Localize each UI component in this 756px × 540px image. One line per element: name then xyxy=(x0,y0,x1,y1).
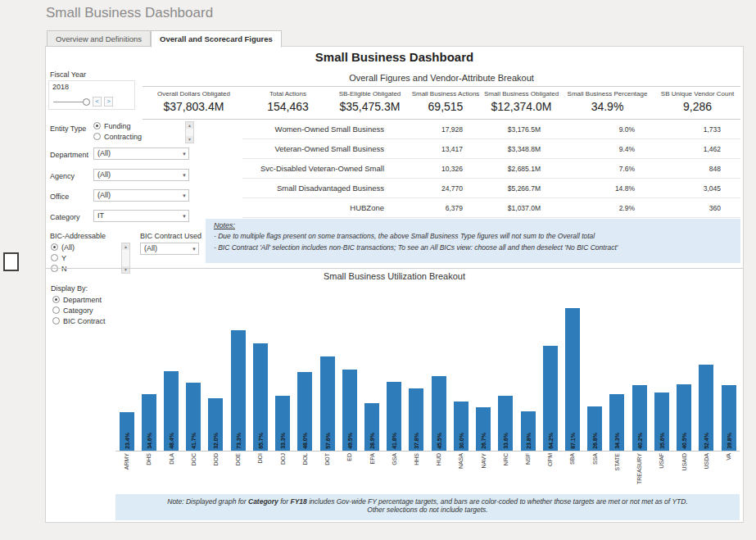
bar-category-label: USDA xyxy=(704,453,709,469)
total-value: 154,463 xyxy=(245,99,331,119)
bar-doi[interactable]: 65.7% xyxy=(253,343,268,451)
agency-value: (All) xyxy=(97,170,111,179)
bar-value-label: 35.6% xyxy=(659,433,664,449)
bar-category-label: STATE xyxy=(614,453,620,471)
bar-state[interactable]: 34.3% xyxy=(609,394,624,451)
bar-area: 35.6% xyxy=(650,287,672,451)
bar-epa[interactable]: 28.9% xyxy=(364,403,379,451)
bar-treasury[interactable]: 40.2% xyxy=(632,385,647,451)
display-by-option-label: BIC Contract xyxy=(63,317,106,325)
bic-addressable-label: BIC-Addressable xyxy=(50,232,106,240)
bar-sba[interactable]: 87.1% xyxy=(565,308,580,451)
bar-dol[interactable]: 48.0% xyxy=(297,372,312,451)
bar-slot: 41.8%GSA xyxy=(383,287,405,492)
fiscal-year-label: Fiscal Year xyxy=(50,70,86,79)
bar-category-label: NSF xyxy=(525,453,531,465)
row-vendor-count: 1,733 xyxy=(654,125,740,134)
scrollbar-track[interactable] xyxy=(122,250,129,266)
bic-contract-used-dropdown[interactable]: (All) ▼ xyxy=(140,243,199,255)
bar-army[interactable]: 23.4% xyxy=(120,412,134,451)
fiscal-year-value: 2018 xyxy=(49,81,134,91)
bar-dod[interactable]: 32.0% xyxy=(208,398,223,451)
bar-area: 57.6% xyxy=(316,287,338,451)
table-row[interactable]: Svc-Disabled Veteran-Owned Small10,326$2… xyxy=(242,159,740,179)
radio-unselected-icon xyxy=(93,133,101,140)
column-header-row: Overall Dollars Obligated Total Actions … xyxy=(143,87,740,99)
bar-area: 23.4% xyxy=(115,287,138,451)
bar-ed[interactable]: 49.5% xyxy=(342,370,357,451)
bic-addressable-option-label: (All) xyxy=(61,243,75,252)
bar-category-label: DLA xyxy=(169,453,174,465)
bar-slot: 28.9%EPA xyxy=(360,287,383,492)
entity-type-label: Entity Type xyxy=(50,125,86,133)
scroll-up-icon[interactable]: ▲ xyxy=(122,243,129,250)
bar-value-label: 33.3% xyxy=(280,433,286,449)
bar-dhs[interactable]: 34.6% xyxy=(142,394,156,451)
bar-gsa[interactable]: 41.8% xyxy=(387,382,401,451)
bar-area: 34.6% xyxy=(138,287,160,451)
display-by-option-label: Department xyxy=(63,296,102,304)
total-value: 34.9% xyxy=(560,99,654,119)
bar-opm[interactable]: 64.2% xyxy=(543,346,558,451)
bar-area: 73.3% xyxy=(227,287,249,451)
bar-nrc[interactable]: 33.6% xyxy=(498,396,513,451)
bar-slot: 26.8%SSA xyxy=(584,287,606,492)
bar-dot[interactable]: 57.6% xyxy=(320,356,335,451)
bar-nsf[interactable]: 23.8% xyxy=(521,411,536,451)
slider-handle[interactable] xyxy=(83,98,90,106)
bic-addressable-option-all[interactable]: (All) xyxy=(51,243,75,252)
table-row[interactable]: Women-Owned Small Business17,928$3,176.5… xyxy=(242,120,740,139)
bic-addressable-option-y[interactable]: Y xyxy=(51,253,66,262)
bar-nasa[interactable]: 30.0% xyxy=(454,402,469,451)
entity-type-option-funding[interactable]: Funding xyxy=(93,121,131,130)
footer-note-text: for xyxy=(278,497,291,506)
bar-slot: 37.8%HHS xyxy=(405,287,428,492)
display-by-option-bic-contract[interactable]: BIC Contract xyxy=(52,316,106,325)
table-row[interactable]: Small Disadvantaged Business24,770$5,266… xyxy=(242,179,740,198)
table-row[interactable]: Veteran-Owned Small Business13,417$3,348… xyxy=(242,139,740,159)
slider-prev-button[interactable]: < xyxy=(93,97,102,107)
row-actions: 17,928 xyxy=(409,125,482,134)
bar-category-label: HUD xyxy=(436,453,441,465)
row-label: Veteran-Owned Small Business xyxy=(242,144,409,153)
bar-usaf[interactable]: 35.6% xyxy=(654,393,669,451)
bar-doc[interactable]: 41.7% xyxy=(186,383,201,451)
table-row[interactable]: HUBZone6,379$1,037.0M2.9%360 xyxy=(242,198,740,218)
utilization-bar-chart: 23.4%ARMY34.6%DHS48.4%DLA41.7%DOC32.0%DO… xyxy=(115,287,740,492)
bar-doj[interactable]: 33.3% xyxy=(275,396,290,451)
bar-area: 52.4% xyxy=(695,287,718,451)
entity-type-option-label: Funding xyxy=(104,122,131,130)
total-value: $35,475.3M xyxy=(331,99,409,119)
bar-hhs[interactable]: 37.8% xyxy=(409,388,423,451)
bar-hud[interactable]: 45.5% xyxy=(432,376,446,451)
tab-overall-and-scorecard-figures[interactable]: Overall and Scorecard Figures xyxy=(151,30,282,48)
notes-heading: Notes: xyxy=(214,221,732,229)
bar-slot: 48.4%DLA xyxy=(160,287,182,492)
tab-overview-and-definitions[interactable]: Overview and Definitions xyxy=(47,30,151,47)
slider-next-button[interactable]: > xyxy=(104,97,113,107)
entity-type-option-contracting[interactable]: Contracting xyxy=(93,132,142,141)
bar-usaid[interactable]: 40.5% xyxy=(677,384,691,451)
bar-category-label: SBA xyxy=(569,453,575,465)
row-vendor-count: 1,462 xyxy=(654,145,740,153)
radio-unselected-icon xyxy=(52,306,60,314)
bar-slot: 26.7%NAVY xyxy=(473,287,495,492)
display-by-option-department[interactable]: Department xyxy=(52,295,102,304)
display-by-option-category[interactable]: Category xyxy=(52,306,93,315)
slider-track[interactable] xyxy=(53,102,84,102)
radio-selected-icon xyxy=(93,122,101,129)
bar-ssa[interactable]: 26.8% xyxy=(587,406,602,451)
row-percentage: 14.8% xyxy=(560,184,654,193)
bar-va[interactable]: 39.8% xyxy=(722,385,736,451)
row-actions: 13,417 xyxy=(409,145,482,153)
bar-navy[interactable]: 26.7% xyxy=(476,407,491,451)
bar-usda[interactable]: 52.4% xyxy=(699,365,713,451)
department-label: Department xyxy=(50,151,88,159)
bar-dla[interactable]: 48.4% xyxy=(164,371,179,451)
bar-doe[interactable]: 73.3% xyxy=(231,330,246,451)
collapsed-panel-handle[interactable] xyxy=(3,252,19,271)
bar-category-label: USAID xyxy=(681,453,687,470)
bar-area: 64.2% xyxy=(539,287,561,451)
bar-value-label: 40.2% xyxy=(636,433,642,449)
bic-contract-used-value: (All) xyxy=(144,244,157,252)
